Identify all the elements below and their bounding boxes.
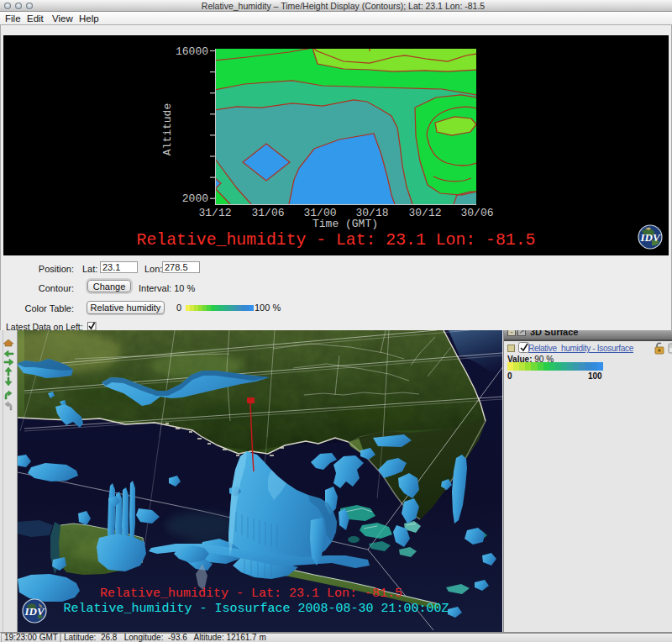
svg-text:31/12: 31/12 [198,207,231,219]
svg-text:Relative_humidity - Lat: 23.1: Relative_humidity - Lat: 23.1 Lon: -81.5 [137,231,536,250]
svg-text:16000: 16000 [176,45,208,58]
svg-text:30/12: 30/12 [408,207,441,219]
svg-text:Altitude: Altitude [161,103,174,155]
svg-text:30/06: 30/06 [460,207,493,219]
svg-text:Time (GMT): Time (GMT) [312,218,378,230]
svg-text:31/06: 31/06 [251,207,284,219]
svg-text:Relative_humidity - Lat: 23.1: Relative_humidity - Lat: 23.1 Lon: -81.5 [100,587,402,601]
svg-text:2000: 2000 [182,192,208,205]
svg-text:IDV: IDV [24,605,45,618]
svg-text:IDV: IDV [639,231,660,244]
svg-text:Relative_humidity - Isosurface: Relative_humidity - Isosurface 2008-08-3… [63,602,449,616]
